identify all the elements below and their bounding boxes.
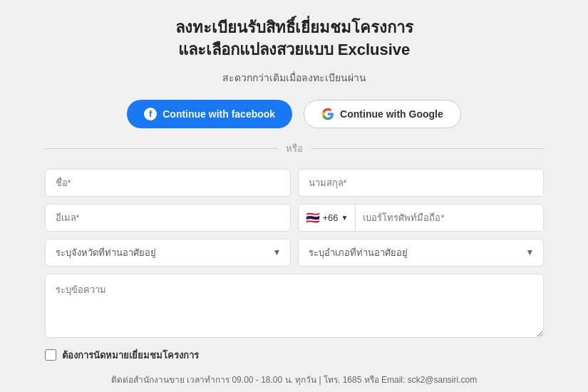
appointment-label[interactable]: ต้องการนัดหมายเยี่ยมชมโครงการ bbox=[62, 348, 199, 363]
phone-flag-selector[interactable]: 🇹🇭 +66 ▼ bbox=[299, 205, 356, 231]
first-name-input[interactable] bbox=[45, 169, 291, 197]
google-button[interactable]: Continue with Google bbox=[304, 100, 461, 128]
form-contact-row: 🇹🇭 +66 ▼ bbox=[45, 204, 544, 232]
page-container: ลงทะเบียนรับสิทธิ์เยี่ยมชมโครงการและเลือ… bbox=[45, 17, 544, 392]
facebook-button-label: Continue with facebook bbox=[163, 108, 275, 120]
google-button-label: Continue with Google bbox=[340, 108, 443, 120]
phone-code: +66 bbox=[323, 212, 339, 223]
form-name-row bbox=[45, 169, 544, 197]
phone-group: 🇹🇭 +66 ▼ bbox=[298, 204, 544, 232]
phone-chevron-icon: ▼ bbox=[341, 214, 349, 222]
form-location-row: ระบุจังหวัดที่ท่านอาศัยอยู่ ▼ ระบุอำเภอท… bbox=[45, 239, 544, 267]
district-select[interactable]: ระบุอำเภอที่ท่านอาศัยอยู่ bbox=[299, 239, 543, 266]
province-select[interactable]: ระบุจังหวัดที่ท่านอาศัยอยู่ bbox=[46, 239, 290, 266]
email-input[interactable] bbox=[45, 204, 291, 232]
divider-label: หรือ bbox=[286, 141, 303, 156]
last-name-input[interactable] bbox=[298, 169, 544, 197]
divider: หรือ bbox=[45, 141, 544, 156]
phone-input[interactable] bbox=[356, 205, 542, 231]
contact-info: ติดต่อสำนักงานขาย เวลาทำการ 09.00 - 18.0… bbox=[45, 373, 544, 386]
facebook-button[interactable]: f Continue with facebook bbox=[127, 100, 292, 128]
subtitle: สะดวกกว่าเดิมเมื่อลงทะเบียนผ่าน bbox=[45, 70, 544, 86]
page-title: ลงทะเบียนรับสิทธิ์เยี่ยมชมโครงการและเลือ… bbox=[45, 17, 544, 61]
district-select-wrapper: ระบุอำเภอที่ท่านอาศัยอยู่ ▼ bbox=[298, 239, 544, 267]
message-textarea[interactable] bbox=[45, 274, 544, 338]
social-buttons-group: f Continue with facebook Continue with G… bbox=[45, 100, 544, 128]
appointment-checkbox-row: ต้องการนัดหมายเยี่ยมชมโครงการ bbox=[45, 348, 544, 363]
thai-flag: 🇹🇭 bbox=[306, 211, 320, 225]
province-select-wrapper: ระบุจังหวัดที่ท่านอาศัยอยู่ ▼ bbox=[45, 239, 291, 267]
google-icon bbox=[321, 108, 334, 120]
appointment-checkbox[interactable] bbox=[45, 349, 56, 361]
facebook-icon: f bbox=[144, 108, 157, 120]
